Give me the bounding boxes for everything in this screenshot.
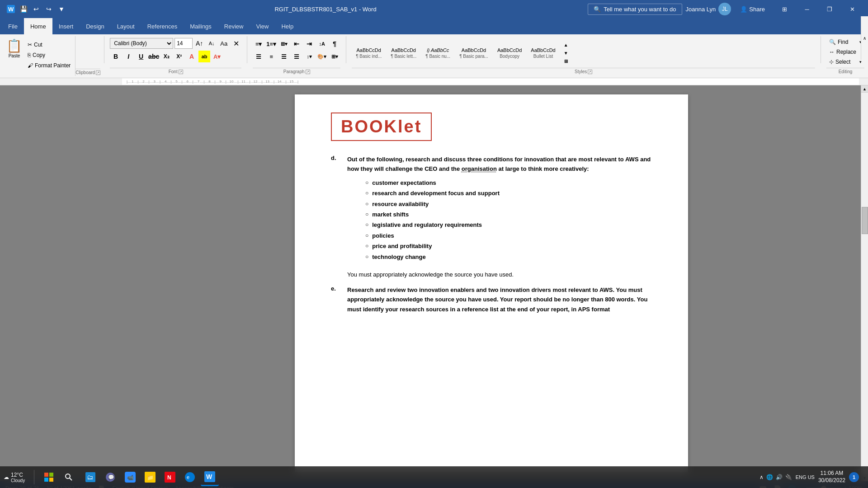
style-basic-numbered[interactable]: i) AaBbCc ¶ Basic nu...	[421, 46, 454, 61]
taskbar-chat-button[interactable]: 💬	[101, 468, 119, 486]
italic-button[interactable]: I	[123, 51, 134, 62]
battery-icon[interactable]: 🔌	[785, 474, 792, 480]
styles-expand-button[interactable]: ↗	[588, 70, 592, 74]
taskbar-explorer-button[interactable]: 🗂	[81, 468, 99, 486]
svg-text:W: W	[8, 6, 14, 13]
clock[interactable]: 11:06 AM 30/08/2022	[818, 470, 845, 484]
start-button[interactable]	[40, 468, 58, 486]
change-case-button[interactable]: Aa	[218, 38, 229, 49]
font-shrink-button[interactable]: A↓	[206, 38, 217, 49]
style-basic-letter[interactable]: AaBbCcDd ¶ Basic lett...	[387, 46, 420, 61]
document-page: BOOKlet d. Out of the following, researc…	[295, 94, 688, 472]
font-size-input[interactable]	[175, 38, 193, 49]
tab-references[interactable]: References	[141, 18, 184, 34]
align-left-button[interactable]: ☰	[253, 51, 264, 62]
tab-layout[interactable]: Layout	[111, 18, 141, 34]
document-scroll[interactable]: BOOKlet d. Out of the following, researc…	[122, 85, 861, 481]
left-margin	[0, 85, 122, 481]
format-painter-button[interactable]: 🖌 Format Painter	[26, 61, 72, 70]
undo-button[interactable]: ↩	[31, 4, 42, 14]
tab-design[interactable]: Design	[80, 18, 110, 34]
chevron-icon[interactable]: ∧	[760, 474, 764, 480]
font-name-select[interactable]: Calibri (Body)	[110, 38, 173, 49]
taskbar-search-button[interactable]	[60, 468, 78, 486]
layout-icon[interactable]: ⊞	[774, 2, 795, 16]
shading-button[interactable]: 🎨▾	[316, 51, 328, 62]
minimize-button[interactable]: ─	[797, 2, 817, 16]
notification-badge[interactable]: 1	[849, 472, 859, 482]
multilevel-list-button[interactable]: ⊞▾	[278, 38, 290, 50]
save-qat-button[interactable]: 💾	[18, 4, 29, 14]
tab-file[interactable]: File	[2, 18, 24, 34]
sort-button[interactable]: ↕A	[316, 38, 328, 50]
close-button[interactable]: ✕	[842, 2, 863, 16]
tab-help[interactable]: Help	[275, 18, 300, 34]
scrollbar-up-button[interactable]: ▲	[861, 85, 868, 93]
tab-view[interactable]: View	[250, 18, 275, 34]
line-spacing-button[interactable]: ↕▾	[303, 51, 315, 62]
taskbar-edge-button[interactable]: e	[181, 468, 199, 486]
show-formatting-button[interactable]: ¶	[329, 38, 340, 50]
style-bullet-list[interactable]: AaBbCcDd Bullet List	[527, 46, 559, 61]
tell-me-input[interactable]: 🔍 Tell me what you want to do	[588, 4, 682, 15]
scrollbar-thumb[interactable]	[862, 207, 868, 234]
style-bodycopy[interactable]: AaBbCcDd Bodycopy	[493, 46, 526, 61]
customize-qat-button[interactable]: ▼	[56, 4, 67, 14]
booklet-header-area: BOOKlet	[331, 113, 432, 141]
paste-button[interactable]: 📋 Paste	[3, 38, 26, 74]
vertical-scrollbar[interactable]: ▲ ▼	[861, 85, 868, 481]
tab-insert[interactable]: Insert	[52, 18, 80, 34]
share-button[interactable]: 👤 Share	[735, 4, 770, 14]
align-center-button[interactable]: ≡	[265, 51, 277, 62]
decrease-indent-button[interactable]: ⇤	[291, 38, 302, 50]
cut-button[interactable]: ✂ Cut	[26, 40, 72, 50]
tab-mailings[interactable]: Mailings	[184, 18, 218, 34]
taskbar-files-button[interactable]: 📁	[141, 468, 159, 486]
copy-button[interactable]: ⎘ Copy	[26, 50, 72, 60]
styles-scroll-down-button[interactable]: ▼	[562, 49, 570, 56]
justify-button[interactable]: ☰	[291, 51, 302, 62]
scrollbar-track[interactable]	[861, 93, 868, 474]
tab-home[interactable]: Home	[24, 18, 52, 34]
replace-button[interactable]: ↔ Replace	[826, 48, 864, 56]
font-expand-button[interactable]: ↗	[179, 70, 183, 74]
taskbar-zoom-button[interactable]: 📹	[121, 468, 139, 486]
increase-indent-button[interactable]: ⇥	[303, 38, 315, 50]
underline-button[interactable]: U	[135, 51, 147, 62]
superscript-button[interactable]: X²	[173, 51, 185, 62]
language-indicator[interactable]: ENG US	[796, 474, 815, 480]
numbering-button[interactable]: 1≡▾	[265, 38, 277, 50]
style-basic-para[interactable]: AaBbCcDd ¶ Basic para...	[455, 46, 492, 61]
font-grow-button[interactable]: A↑	[194, 38, 205, 49]
select-button[interactable]: ⊹ Select ▾	[826, 58, 864, 66]
clipboard-expand-button[interactable]: ↗	[96, 70, 100, 75]
question-d-row: d. Out of the following, research and di…	[331, 155, 652, 262]
restore-button[interactable]: ❐	[819, 2, 840, 16]
network-icon[interactable]: 🌐	[766, 474, 773, 480]
borders-button[interactable]: ⊞▾	[329, 51, 340, 62]
tab-review[interactable]: Review	[218, 18, 250, 34]
ribbon-collapse-button[interactable]: ∧	[861, 16, 868, 60]
bullets-button[interactable]: ≡▾	[253, 38, 264, 50]
svg-text:e: e	[187, 474, 189, 480]
redo-button[interactable]: ↪	[43, 4, 54, 14]
styles-more-button[interactable]: ⊞	[562, 57, 570, 65]
find-icon: 🔍	[829, 39, 836, 45]
style-basic-indented[interactable]: AaBbCcDd ¶ Basic ind...	[352, 46, 386, 61]
subscript-button[interactable]: X₂	[160, 51, 172, 62]
highlight-button[interactable]: ab	[198, 51, 210, 62]
find-button[interactable]: 🔍 Find ▾	[826, 38, 864, 46]
separator-2	[247, 36, 247, 63]
paragraph-expand-button[interactable]: ↗	[306, 70, 310, 74]
taskbar-netflix-button[interactable]: N	[161, 468, 179, 486]
volume-icon[interactable]: 🔊	[776, 474, 783, 480]
taskbar-word-button[interactable]: W	[201, 468, 219, 486]
text-color-button[interactable]: A	[186, 51, 198, 62]
clear-formatting-button[interactable]: ✕	[231, 38, 241, 49]
styles-scroll-up-button[interactable]: ▲	[562, 41, 570, 48]
font-color-button[interactable]: A▾	[211, 51, 223, 62]
styles-group-label: Styles ↗	[352, 68, 815, 74]
strikethrough-button[interactable]: abc	[148, 51, 160, 62]
bold-button[interactable]: B	[110, 51, 122, 62]
align-right-button[interactable]: ☰	[278, 51, 290, 62]
